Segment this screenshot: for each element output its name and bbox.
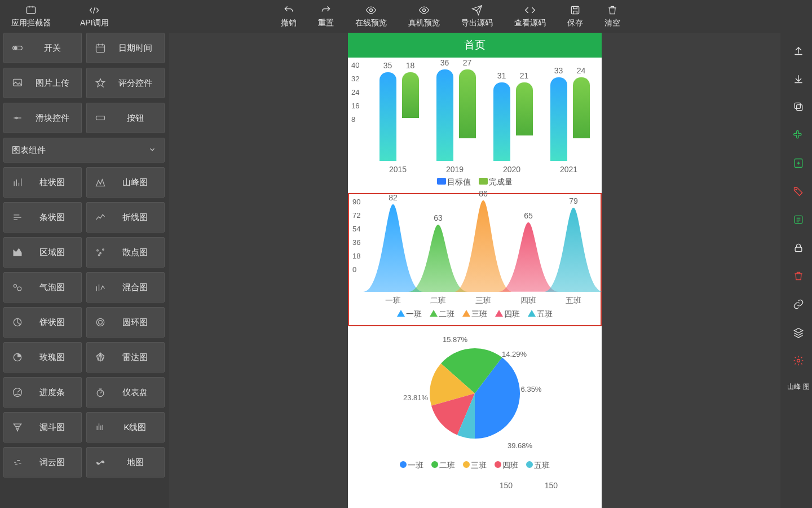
save-button[interactable]: 保存 [563,1,588,32]
component-label: 开关 [31,43,81,54]
component-chart-11[interactable]: 雷达图 [86,342,165,373]
add-page-icon[interactable] [792,157,805,169]
x-category: 2019 [446,165,464,174]
component-chart-9[interactable]: 圆环图 [86,307,165,338]
api-call-button[interactable]: API调用 [76,1,113,32]
component-chart-0[interactable]: 柱状图 [3,167,82,198]
section-chart-components[interactable]: 图表组件 [3,138,165,163]
delete-icon[interactable] [792,270,805,282]
app-interceptor-button[interactable]: 应用拦截器 [7,1,55,32]
settings-icon[interactable] [792,354,805,367]
bar-chart[interactable]: 403224168 3518362731213324 2015201920202… [348,58,602,193]
component-chart-15[interactable]: K线图 [86,412,165,443]
component-datetime[interactable]: 日期时间 [86,33,165,63]
component-chart-12[interactable]: 进度条 [3,377,82,408]
design-canvas[interactable]: 首页 403224168 3518362731213324 2015201920… [169,33,780,508]
component-panel: 开关 日期时间 图片上传 评分控件 滑块控件 按钮 图表组件 柱状图 山峰图 条… [3,33,165,508]
svg-rect-27 [795,247,802,252]
switch-icon [4,42,31,54]
svg-rect-6 [96,45,105,52]
undo-button[interactable]: 撤销 [276,1,301,32]
tag-icon[interactable] [792,185,805,198]
online-preview-button[interactable]: 在线预览 [351,1,391,32]
chart-type-icon [87,352,114,363]
component-chart-6[interactable]: 气泡图 [3,272,82,303]
image-icon [4,77,31,89]
svg-point-5 [14,47,17,50]
lock-icon[interactable] [792,242,805,254]
bar: 33 [550,77,567,161]
component-rating[interactable]: 评分控件 [86,68,165,98]
toolbar-label: 查看源码 [514,18,546,28]
x-category: 五班 [566,296,581,306]
plugin-icon[interactable] [792,129,805,141]
page-title: 首页 [464,38,486,52]
y-tick: 16 [351,102,359,110]
copy-icon[interactable] [792,100,805,113]
list-icon[interactable] [792,213,805,226]
component-chart-17[interactable]: 地图 [86,447,165,478]
link-icon[interactable] [792,298,805,310]
device-preview-button[interactable]: 真机预览 [404,1,444,32]
component-chart-16[interactable]: 词云图 [3,447,82,478]
mountain-chart-selected[interactable]: 90725436180 82 63 [348,193,602,326]
component-label: 评分控件 [114,78,164,89]
layers-icon[interactable] [792,326,805,339]
y-tick: 40 [351,61,359,69]
chart-type-icon [87,282,114,293]
section-label: 图表组件 [12,145,46,156]
component-chart-8[interactable]: 饼状图 [3,307,82,338]
view-source-button[interactable]: 查看源码 [510,1,550,32]
bar-value: 33 [550,66,567,75]
component-slider[interactable]: 滑块控件 [3,103,82,133]
component-chart-4[interactable]: 区域图 [3,237,82,268]
svg-rect-7 [14,79,22,86]
y-tick: 90 [352,198,360,206]
component-chart-10[interactable]: 玫瑰图 [3,342,82,373]
y-tick: 8 [351,115,359,124]
pie-label: 15.87% [443,335,467,344]
chart-type-icon [87,212,114,223]
component-label: 图片上传 [31,78,81,89]
component-switch[interactable]: 开关 [3,33,82,63]
upload-icon[interactable] [792,44,805,56]
legend-item: 四班 [495,309,520,319]
component-chart-13[interactable]: 仪表盘 [86,377,165,408]
bar-value: 36 [436,58,453,67]
component-chart-3[interactable]: 折线图 [86,202,165,233]
component-chart-5[interactable]: 散点图 [86,237,165,268]
clear-button[interactable]: 清空 [600,1,625,32]
bar: 24 [573,77,590,138]
svg-point-1 [370,9,373,12]
top-toolbar: 应用拦截器 API调用 撤销 重置 在线预览 真机预览 导出源码 查看源码 保存… [0,0,812,33]
x-category: 2020 [503,165,520,174]
download-icon[interactable] [792,72,805,85]
legend-item: 三班 [462,309,487,319]
chart-type-icon [4,247,31,258]
redo-button[interactable]: 重置 [314,1,338,32]
component-label: 散点图 [114,247,164,258]
api-icon [89,5,100,16]
component-label: 进度条 [31,387,81,398]
y-tick: 54 [352,225,360,233]
bar-value: 31 [493,71,510,80]
component-label: 漏斗图 [31,422,81,433]
svg-point-18 [99,321,103,325]
pie-chart[interactable]: 39.68%23.81%15.87%14.29%6.35% 一班二班三班四班五班 [348,326,602,476]
chart-type-icon [4,177,31,188]
component-label: 圆环图 [114,317,164,328]
pie-label: 23.81% [403,393,428,402]
component-chart-2[interactable]: 条状图 [3,202,82,233]
component-button[interactable]: 按钮 [86,103,165,133]
code-icon [524,5,536,16]
redo-icon [320,5,332,16]
bar: 27 [459,69,476,138]
partial-chart[interactable]: 150 150 [348,476,602,508]
export-source-button[interactable]: 导出源码 [457,1,497,32]
component-chart-1[interactable]: 山峰图 [86,167,165,198]
component-chart-7[interactable]: 混合图 [86,272,165,303]
component-chart-14[interactable]: 漏斗图 [3,412,82,443]
svg-rect-23 [795,103,800,108]
bar: 21 [516,82,533,136]
component-image-upload[interactable]: 图片上传 [3,68,82,98]
